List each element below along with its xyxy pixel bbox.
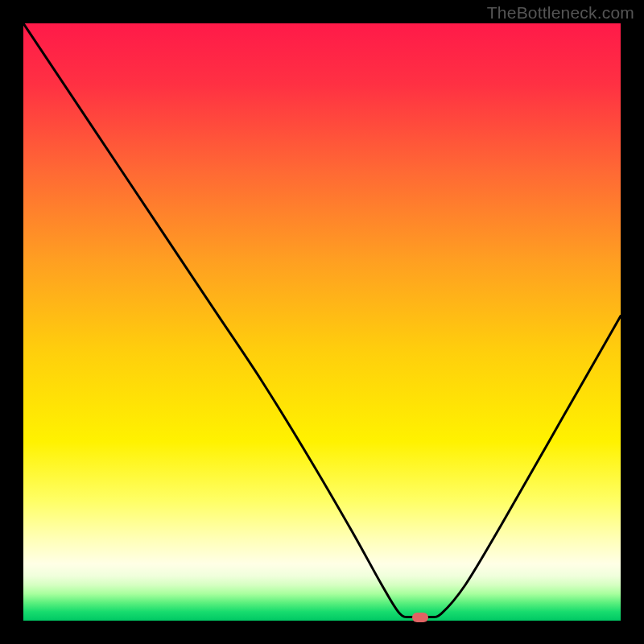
optimal-marker (412, 613, 428, 622)
curve-layer (23, 23, 621, 621)
plot-area (23, 23, 621, 621)
watermark-text: TheBottleneck.com (487, 3, 634, 23)
bottleneck-curve (23, 23, 621, 617)
chart-stage: TheBottleneck.com (0, 0, 644, 644)
